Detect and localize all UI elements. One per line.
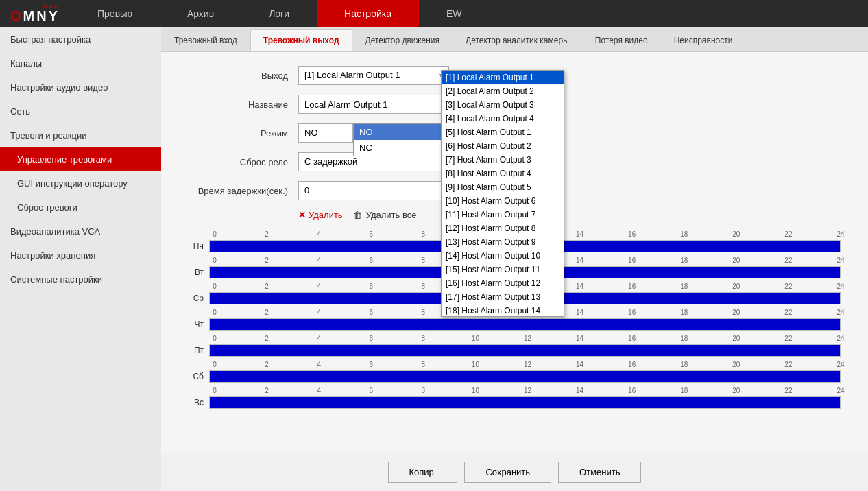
output-dropdown-option[interactable]: [5] Host Alarm Output 1	[442, 125, 564, 139]
time-mark: 10	[472, 361, 479, 368]
sidebar-item-alarm-management[interactable]: Управление тревогами	[0, 147, 161, 171]
time-mark: 2	[265, 387, 269, 394]
sidebar-item-alarms[interactable]: Тревоги и реакции	[0, 123, 161, 147]
save-button[interactable]: Сохранить	[464, 462, 551, 483]
output-dropdown-option[interactable]: [10] Host Alarm Output 6	[442, 194, 564, 208]
output-dropdown-overlay: [1] Local Alarm Output 1[2] Local Alarm …	[441, 70, 564, 317]
copy-button[interactable]: Копир.	[388, 462, 458, 483]
nav-preview[interactable]: Превью	[70, 0, 160, 27]
output-dropdown-option[interactable]: [6] Host Alarm Output 2	[442, 139, 564, 153]
time-mark: 22	[784, 309, 792, 316]
time-ruler-row: 024681012141618202224	[189, 361, 841, 370]
time-mark: 6	[369, 335, 373, 342]
output-dropdown-option[interactable]: [13] Host Alarm Output 9	[442, 235, 564, 249]
time-mark: 24	[836, 335, 844, 342]
time-mark: 18	[680, 309, 688, 316]
cancel-button[interactable]: Отменить	[558, 462, 641, 483]
tabs-bar: Тревожный вход Тревожный выход Детектор …	[161, 27, 868, 52]
tab-alarm-output[interactable]: Тревожный выход	[250, 29, 352, 51]
nav-settings[interactable]: Настройка	[317, 0, 419, 27]
time-mark: 0	[213, 335, 217, 342]
time-mark: 8	[422, 309, 426, 316]
time-mark: 2	[265, 361, 269, 368]
output-dropdown-option[interactable]: [2] Local Alarm Output 2	[442, 84, 564, 98]
sidebar-item-network[interactable]: Сеть	[0, 99, 161, 123]
output-dropdown-option[interactable]: [8] Host Alarm Output 4	[442, 167, 564, 180]
time-mark: 16	[628, 335, 636, 342]
relay-label: Сброс реле	[182, 157, 298, 167]
sidebar-item-gui-instructions[interactable]: GUI инструкции оператору	[0, 171, 161, 195]
time-mark: 2	[265, 335, 269, 342]
time-mark: 18	[680, 335, 688, 342]
delete-button[interactable]: ✕ Удалить	[298, 210, 343, 220]
time-mark: 14	[576, 309, 583, 316]
output-dropdown-option[interactable]: [7] Host Alarm Output 3	[442, 153, 564, 167]
time-mark: 4	[317, 230, 321, 238]
nav-logs[interactable]: Логи	[241, 0, 317, 27]
day-label: Пт	[189, 346, 209, 355]
output-dropdown-option[interactable]: [4] Local Alarm Output 4	[442, 112, 564, 125]
nav-items: Превью Архив Логи Настройка EW	[70, 0, 868, 27]
time-mark: 12	[524, 361, 531, 368]
sidebar-item-quick-setup[interactable]: Быстрая настройка	[0, 27, 161, 51]
tab-camera-analytics[interactable]: Детектор аналитик камеры	[453, 29, 582, 51]
bar-track[interactable]	[209, 396, 841, 409]
output-dropdown-option[interactable]: [1] Local Alarm Output 1	[442, 71, 564, 84]
time-mark: 0	[213, 361, 217, 368]
output-dropdown-option[interactable]: [9] Host Alarm Output 5	[442, 180, 564, 194]
time-mark: 2	[265, 230, 269, 238]
time-mark: 4	[317, 256, 321, 264]
time-mark: 14	[576, 283, 583, 290]
time-mark: 16	[628, 256, 636, 264]
output-dropdown-option[interactable]: [17] Host Alarm Output 13	[442, 290, 564, 304]
output-dropdown-option[interactable]: [3] Local Alarm Output 3	[442, 98, 564, 112]
tab-video-loss[interactable]: Потеря видео	[582, 29, 661, 51]
sidebar-item-storage[interactable]: Настройки хранения	[0, 243, 161, 267]
time-mark: 10	[472, 335, 479, 342]
time-mark: 2	[265, 309, 269, 316]
day-label: Вс	[189, 398, 209, 407]
bar-track[interactable]	[209, 318, 841, 331]
nav-archive[interactable]: Архив	[160, 0, 241, 27]
time-mark: 0	[213, 387, 217, 394]
sidebar-item-channels[interactable]: Каналы	[0, 51, 161, 75]
output-dropdown-option[interactable]: [15] Host Alarm Output 11	[442, 263, 564, 276]
sidebar-item-vca[interactable]: Видеоаналитика VCA	[0, 219, 161, 243]
time-mark: 0	[213, 283, 217, 290]
time-mark: 4	[317, 387, 321, 394]
tab-alarm-input[interactable]: Тревожный вход	[161, 29, 250, 51]
tab-malfunctions[interactable]: Неисправности	[661, 29, 746, 51]
time-mark: 8	[422, 230, 426, 238]
logo-name-text: OMNY	[10, 8, 60, 24]
time-mark: 16	[628, 309, 636, 316]
time-mark: 16	[628, 361, 636, 368]
sidebar-item-audio-video[interactable]: Настройки аудио видео	[0, 75, 161, 99]
output-dropdown-option[interactable]: [11] Host Alarm Output 7	[442, 208, 564, 221]
name-input[interactable]	[298, 95, 459, 114]
sidebar-item-alarm-reset[interactable]: Сброс тревоги	[0, 195, 161, 219]
schedule-row: Вс	[189, 396, 841, 409]
output-dropdown-option[interactable]: [16] Host Alarm Output 12	[442, 276, 564, 290]
bar-track[interactable]	[209, 344, 841, 357]
delete-all-button[interactable]: 🗑 Удалить все	[353, 210, 417, 220]
time-mark: 6	[369, 361, 373, 368]
output-dropdown-option[interactable]: [14] Host Alarm Output 10	[442, 249, 564, 263]
tab-motion-detector[interactable]: Детектор движения	[352, 29, 453, 51]
time-mark: 18	[680, 256, 688, 264]
mode-select[interactable]: NO	[298, 123, 353, 143]
time-mark: 16	[628, 283, 636, 290]
time-mark: 22	[784, 361, 792, 368]
nav-ew[interactable]: EW	[419, 0, 490, 27]
time-mark: 20	[732, 256, 740, 264]
output-dropdown-option[interactable]: [18] Host Alarm Output 14	[442, 304, 564, 317]
time-mark: 18	[680, 283, 688, 290]
time-mark: 24	[836, 230, 844, 238]
bar-fill	[210, 345, 840, 356]
output-select[interactable]: [1] Local Alarm Output 1	[298, 66, 449, 85]
sidebar-item-system[interactable]: Системные настройки	[0, 267, 161, 291]
delay-select[interactable]: 0	[298, 181, 459, 200]
output-dropdown-option[interactable]: [12] Host Alarm Output 8	[442, 221, 564, 235]
time-mark: 6	[369, 256, 373, 264]
time-mark: 4	[317, 283, 321, 290]
bar-track[interactable]	[209, 370, 841, 383]
